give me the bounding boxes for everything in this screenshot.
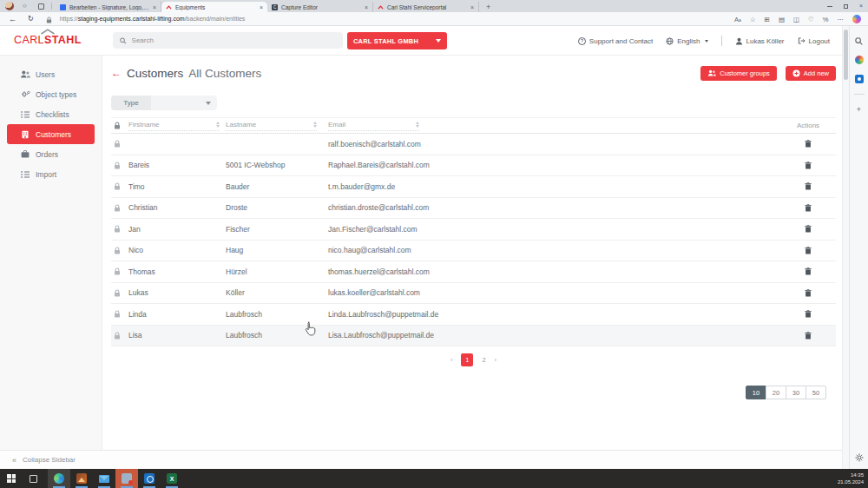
- taskbar-alert-app[interactable]: [115, 469, 138, 488]
- taskbar-excel[interactable]: X: [161, 469, 183, 488]
- column-header-email[interactable]: Email: [328, 121, 419, 131]
- delete-button[interactable]: [805, 204, 812, 212]
- sidebar-item-object-types[interactable]: Object types: [0, 84, 102, 104]
- type-filter-select[interactable]: [151, 96, 217, 110]
- sidebar-item-customers[interactable]: Customers: [7, 124, 95, 144]
- pagination-page-1[interactable]: 1: [461, 353, 473, 366]
- tab-close-icon[interactable]: ×: [260, 4, 263, 10]
- reload-icon[interactable]: ↻: [28, 15, 34, 23]
- column-header-firstname[interactable]: Firstname: [128, 121, 220, 131]
- tab-serviceportal[interactable]: Carl Stahl Serviceportal ×: [373, 2, 479, 12]
- sidebar-add-icon[interactable]: +: [857, 105, 861, 114]
- sort-icon[interactable]: [216, 122, 220, 128]
- table-row[interactable]: Lisa Laubfrosch Lisa.Laubfrosch@puppetma…: [111, 326, 836, 347]
- favorite-star-icon[interactable]: ☆: [750, 16, 756, 23]
- sidebar-search-icon[interactable]: [855, 37, 863, 45]
- company-selector-button[interactable]: CARL STAHL GMBH: [347, 32, 447, 49]
- read-aloud-icon[interactable]: Aa: [734, 16, 741, 23]
- sidebar-item-checklists[interactable]: Checklists: [0, 104, 102, 124]
- back-arrow-icon[interactable]: ←: [111, 67, 122, 79]
- taskbar-edge[interactable]: [48, 469, 70, 488]
- taskbar-photos[interactable]: [70, 469, 93, 488]
- sort-icon[interactable]: [313, 122, 317, 128]
- collections-icon[interactable]: ▤: [779, 16, 785, 23]
- sidebar-item-import[interactable]: Import: [0, 164, 102, 184]
- table-row[interactable]: Thomas Hürzel thomas.huerzel@carlstahl.c…: [111, 261, 836, 283]
- page-size-10[interactable]: 10: [746, 386, 766, 399]
- tab-close-icon[interactable]: ×: [470, 4, 474, 10]
- tab-close-icon[interactable]: ×: [365, 4, 368, 10]
- sidebar-item-users[interactable]: Users: [0, 64, 102, 84]
- sidebar-item-orders[interactable]: Orders: [0, 144, 102, 164]
- url-field[interactable]: https://staging-equipments.carlstahl-lif…: [60, 16, 246, 22]
- copilot-icon[interactable]: [852, 15, 861, 23]
- table-row[interactable]: Timo Bauder t.m.bauder@gmx.de: [111, 176, 836, 198]
- collapse-sidebar-button[interactable]: « Collapse Sidebar: [0, 450, 842, 469]
- site-lock-icon[interactable]: [46, 11, 52, 27]
- start-button[interactable]: [7, 474, 16, 483]
- table-row[interactable]: Jan Fischer Jan.Fischer@carlstahl.com: [111, 219, 836, 241]
- tab-close-icon[interactable]: ×: [153, 4, 156, 10]
- page-size-30[interactable]: 30: [786, 386, 806, 399]
- browser-essentials-icon[interactable]: ♡: [808, 16, 814, 23]
- carl-stahl-logo[interactable]: CARLSTAHL: [14, 29, 82, 46]
- tools-app-icon[interactable]: [855, 75, 864, 83]
- tab-capture-editor[interactable]: C Capture Editor ×: [267, 2, 373, 12]
- delete-button[interactable]: [805, 267, 812, 275]
- discover-icon[interactable]: [855, 56, 864, 64]
- delete-button[interactable]: [805, 247, 812, 254]
- tab-bearbeiten[interactable]: Bearbeiten - Signature, Logo, St... ×: [56, 2, 161, 12]
- scrollbar-thumb[interactable]: [844, 30, 848, 80]
- pagination-page-2[interactable]: 2: [482, 356, 485, 364]
- more-menu-icon[interactable]: ⋯: [838, 16, 845, 23]
- workspaces-icon[interactable]: ○: [23, 0, 27, 12]
- table-row[interactable]: Nico Haug nico.haug@carlstahl.com: [111, 241, 836, 262]
- close-button[interactable]: ×: [859, 0, 863, 12]
- page-scrollbar[interactable]: [842, 26, 849, 469]
- delete-button[interactable]: [805, 162, 812, 169]
- logout-button[interactable]: Logout: [798, 37, 830, 45]
- language-selector[interactable]: English: [666, 37, 707, 45]
- chevron-down-icon: [436, 39, 441, 43]
- extensions-icon[interactable]: %: [823, 16, 829, 23]
- tab-actions-icon[interactable]: [38, 3, 44, 10]
- type-filter[interactable]: Type: [111, 96, 217, 110]
- global-search[interactable]: [113, 32, 343, 49]
- delete-button[interactable]: [805, 140, 812, 148]
- sidebar-item-label: Checklists: [36, 110, 69, 119]
- add-new-button[interactable]: Add new: [786, 66, 836, 81]
- search-input[interactable]: [132, 36, 336, 44]
- table-row[interactable]: Lukas Köller lukas.koeller@carlstahl.com: [111, 283, 836, 305]
- task-view-button[interactable]: [30, 475, 37, 483]
- delete-button[interactable]: [805, 182, 812, 190]
- page-size-20[interactable]: 20: [766, 386, 786, 399]
- pagination-prev[interactable]: ‹: [450, 356, 453, 364]
- delete-button[interactable]: [805, 225, 812, 233]
- back-icon[interactable]: ←: [9, 15, 16, 23]
- maximize-button[interactable]: [844, 4, 848, 9]
- favorites-bar-icon[interactable]: ⊞: [765, 16, 770, 23]
- page-size-50[interactable]: 50: [806, 386, 826, 399]
- delete-button[interactable]: [805, 289, 812, 297]
- new-tab-button[interactable]: +: [486, 2, 490, 12]
- table-row[interactable]: ralf.boenisch@carlstahl.com: [111, 134, 836, 155]
- table-row[interactable]: Christian Droste christian.droste@carlst…: [111, 198, 836, 220]
- sort-icon[interactable]: [416, 122, 419, 128]
- taskbar-clock[interactable]: 14:35 21.05.2024: [838, 472, 864, 485]
- sidebar-settings-icon[interactable]: [855, 453, 864, 462]
- minimize-button[interactable]: [827, 6, 832, 7]
- user-menu[interactable]: Lukas Köller: [735, 37, 785, 45]
- tab-equipments[interactable]: Equipments ×: [161, 2, 267, 12]
- support-link[interactable]: ? Support and Contact: [578, 37, 653, 45]
- split-screen-icon[interactable]: ◫: [793, 16, 799, 23]
- taskbar-mail[interactable]: [93, 469, 115, 488]
- delete-button[interactable]: [805, 332, 812, 340]
- table-row[interactable]: Linda Laubfrosch Linda.Laubfrosch@puppet…: [111, 304, 836, 326]
- column-header-lastname[interactable]: Lastname: [226, 121, 317, 131]
- table-row[interactable]: Bareis 5001 IC-Webshop Raphael.Bareis@ca…: [111, 155, 836, 177]
- browser-profile-avatar[interactable]: [5, 2, 14, 10]
- pagination-next[interactable]: ›: [495, 356, 497, 364]
- customer-groups-button[interactable]: Customer groups: [700, 66, 777, 81]
- taskbar-outlook[interactable]: [138, 469, 161, 488]
- delete-button[interactable]: [805, 310, 812, 318]
